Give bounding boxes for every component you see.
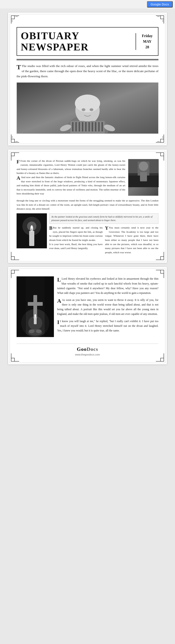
page-section-3: L Lord Henry elevated his eyebrows and l… (8, 267, 167, 364)
corner-top-left (10, 14, 20, 25)
section2-bottom: As the painter looked at the gracious an… (16, 213, 158, 255)
newspaper-title: OBITUARY NEWSPAPER (21, 30, 89, 53)
svg-rect-82 (34, 317, 37, 324)
svg-rect-65 (11, 270, 14, 273)
corner-tr-2 (155, 152, 165, 162)
svg-rect-10 (11, 139, 14, 142)
corner-bottom-left (10, 133, 20, 144)
svg-rect-5 (160, 16, 164, 19)
corner-tl-3 (10, 269, 20, 279)
date-day: Friday (140, 33, 154, 39)
svg-rect-57 (140, 172, 147, 181)
svg-rect-40 (11, 153, 14, 156)
caption-box: As the painter looked at the gracious an… (49, 213, 158, 224)
corner-bl-3 (10, 352, 20, 362)
svg-point-23 (75, 94, 100, 112)
footer: GooDocs www.thegoodocs.com (16, 344, 158, 356)
section2-para1: F From the corner of the divan of Persia… (16, 159, 125, 175)
section2-right-col: As the painter looked at the gracious an… (49, 213, 158, 255)
corner-br-3 (155, 352, 165, 362)
section2-para3: through the long une or circling with a … (16, 199, 158, 211)
photo-inner (17, 83, 158, 134)
section3-inner: L Lord Henry elevated his eyebrows and l… (16, 276, 158, 338)
date-number: 28 (140, 44, 154, 50)
candle-photo (16, 213, 47, 255)
svg-rect-30 (88, 122, 90, 132)
svg-rect-34 (102, 122, 103, 132)
svg-point-88 (29, 329, 34, 333)
dropcap-B: B (49, 226, 52, 230)
top-bar: Google Docs (0, 0, 175, 8)
corner-tr-3 (155, 269, 165, 279)
svg-point-89 (36, 329, 42, 333)
two-col-para1: B But he suddenly started up, and closin… (49, 226, 103, 242)
intro-paragraph: T The studio was filled with the rich od… (16, 64, 158, 79)
corner-br-2 (155, 251, 165, 261)
svg-rect-46 (11, 256, 14, 260)
section2-top: F From the corner of the divan of Persia… (16, 159, 158, 196)
section3-text: L Lord Henry elevated his eyebrows and l… (57, 276, 158, 338)
footer-url: www.thegoodocs.com (16, 353, 158, 356)
page-section-1: OBITUARY NEWSPAPER Friday MAY 28 T The s… (8, 12, 167, 146)
corner-bottom-right (155, 133, 165, 144)
section2-small-photo (128, 159, 158, 196)
svg-point-56 (139, 162, 148, 171)
main-photo (16, 82, 158, 134)
footer-logo-docs: Docs (86, 346, 98, 352)
svg-rect-28 (82, 122, 83, 132)
cross-photo (16, 276, 54, 338)
svg-rect-26 (75, 122, 77, 132)
svg-rect-85 (16, 276, 26, 337)
corner-top-right (155, 14, 165, 25)
dropcap-T: T (16, 64, 21, 70)
svg-rect-29 (85, 122, 86, 132)
section3-para2: A As soon as you have one, you seem to w… (57, 298, 158, 316)
svg-rect-31 (92, 122, 93, 132)
svg-rect-86 (44, 276, 54, 337)
dropcap-A2: A (57, 298, 61, 304)
svg-rect-81 (28, 302, 43, 306)
svg-rect-43 (160, 153, 164, 156)
section3-para3: I I know you will laugh at me," he repli… (57, 319, 158, 333)
section3-para1: L Lord Henry elevated his eyebrows and l… (57, 276, 158, 295)
title-line2: NEWSPAPER (21, 42, 89, 53)
svg-rect-49 (160, 256, 164, 260)
footer-logo: GooDocs (16, 346, 158, 352)
newspaper-header: OBITUARY NEWSPAPER Friday MAY 28 (16, 27, 158, 56)
header-underline-thin (16, 60, 158, 61)
svg-point-84 (35, 314, 36, 316)
svg-rect-25 (72, 122, 74, 132)
svg-rect-74 (160, 358, 164, 361)
page-section-2: F From the corner of the divan of Persia… (8, 150, 167, 263)
date-month: MAY (140, 39, 154, 44)
svg-point-36 (90, 108, 93, 111)
google-docs-button[interactable]: Google Docs (147, 1, 173, 8)
corner-tl-2 (10, 152, 20, 162)
dropcap-L: L (57, 277, 61, 282)
two-col-para3: Y You must certainly send it next year t… (105, 226, 158, 254)
two-col-text: B But he suddenly started up, and closin… (49, 226, 158, 254)
date-block: Friday MAY 28 (136, 33, 154, 50)
svg-rect-0 (11, 16, 14, 19)
dropcap-Y: Y (105, 226, 108, 230)
svg-rect-33 (98, 122, 100, 132)
svg-rect-71 (11, 358, 14, 361)
svg-rect-68 (160, 270, 164, 273)
header-underline-thick (16, 59, 158, 60)
dropcap-I: I (57, 319, 59, 325)
footer-logo-goo: Goo (77, 346, 86, 352)
title-line1: OBITUARY (21, 30, 89, 42)
section2-left-text: F From the corner of the divan of Persia… (16, 159, 125, 196)
section2-para2: A And now and then the fantastic shadows… (16, 175, 125, 196)
text-col-right: Y You must certainly send it next year t… (105, 226, 158, 254)
text-col-left: B But he suddenly started up, and closin… (49, 226, 103, 254)
svg-rect-61 (29, 231, 34, 246)
corner-bl-2 (10, 251, 20, 261)
svg-rect-32 (95, 122, 96, 132)
svg-rect-15 (160, 139, 164, 142)
svg-point-35 (82, 108, 86, 111)
dropcap-A: A (16, 176, 20, 181)
svg-rect-27 (79, 122, 80, 132)
two-col-para2: It is your best work, Basil, the best th… (49, 242, 103, 250)
